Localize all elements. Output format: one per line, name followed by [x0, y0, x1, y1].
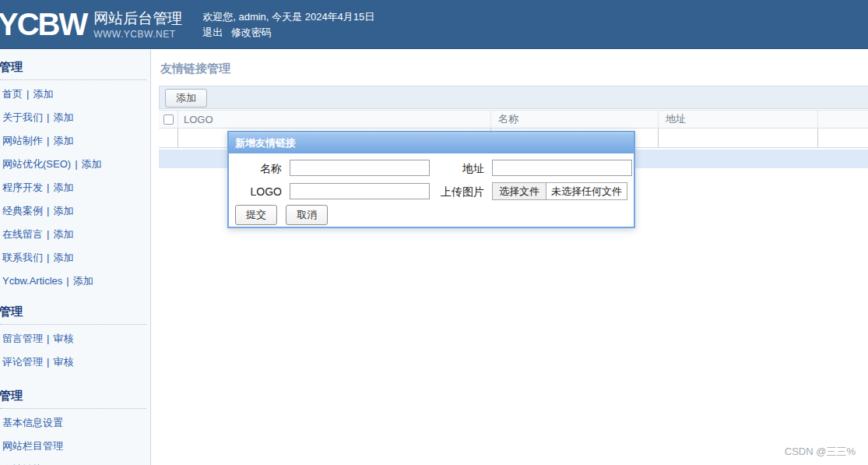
link-divider: | — [47, 181, 49, 193]
table-cell — [659, 129, 818, 147]
sidebar-review-link[interactable]: 审核 — [53, 356, 73, 368]
table-cell — [818, 129, 868, 147]
sidebar: 容管理 首页|添加 关于我们|添加 网站制作|添加 网站优化(SEO)|添加 程… — [0, 50, 151, 465]
sidebar-link[interactable]: 首页 — [2, 88, 23, 100]
link-divider: | — [47, 252, 49, 263]
modal-footer: 提交 取消 — [229, 202, 634, 225]
table-cell — [159, 129, 178, 147]
modal-title: 新增友情链接 — [229, 132, 634, 153]
site-title: 网站后台管理 — [93, 10, 182, 27]
table-header-checkbox-cell — [159, 111, 178, 128]
sidebar-link[interactable]: 联系我们 — [2, 252, 43, 263]
sidebar-link[interactable]: 程序开发 — [2, 181, 43, 193]
sidebar-add-link[interactable]: 添加 — [53, 181, 73, 193]
file-status-text: 未选择任何文件 — [546, 185, 622, 199]
sidebar-link[interactable]: 网站栏目管理 — [2, 440, 63, 452]
site-url: WWW.YCBW.NET — [93, 29, 182, 40]
sidebar-link[interactable]: 关于我们 — [2, 111, 43, 123]
sidebar-system-list: 基本信息设置 网站栏目管理 友情链接管理 — [2, 411, 150, 465]
divider — [0, 79, 146, 80]
link-divider: | — [75, 158, 77, 170]
logo-input[interactable] — [290, 183, 430, 199]
sidebar-add-link[interactable]: 添加 — [82, 158, 102, 170]
main-content: 友情链接管理 添加 LOGO 名称 地址 — [152, 50, 868, 465]
toolbar: 添加 — [159, 86, 868, 109]
sidebar-section-content-title: 容管理 — [0, 59, 150, 75]
sidebar-add-link[interactable]: 添加 — [53, 111, 73, 123]
name-label: 名称 — [229, 160, 282, 176]
welcome-block: 欢迎您, admin, 今天是 2024年4月15日 退出 修改密码 — [202, 9, 374, 41]
sidebar-item-cases: 经典案例|添加 — [2, 199, 150, 223]
link-divider: | — [47, 333, 49, 344]
sidebar-link[interactable]: 网站制作 — [2, 135, 43, 146]
sidebar-item-home: 首页|添加 — [2, 83, 150, 106]
sidebar-add-link[interactable]: 添加 — [33, 88, 53, 100]
logout-link[interactable]: 退出 — [202, 26, 223, 38]
sidebar-item-dev: 程序开发|添加 — [2, 176, 150, 199]
account-links: 退出 修改密码 — [202, 25, 374, 41]
table-header-name: 名称 — [491, 111, 659, 128]
name-input[interactable] — [290, 160, 430, 176]
logo-label: LOGO — [229, 184, 282, 199]
sidebar-review-link[interactable]: 审核 — [53, 333, 73, 344]
sidebar-content-list: 首页|添加 关于我们|添加 网站制作|添加 网站优化(SEO)|添加 程序开发|… — [2, 83, 150, 293]
sidebar-link[interactable]: 留言管理 — [2, 333, 43, 344]
link-divider: | — [47, 111, 49, 123]
table-header-logo: LOGO — [178, 111, 491, 128]
link-divider: | — [47, 228, 49, 240]
upload-label: 上传图片 — [416, 184, 484, 199]
link-divider: | — [66, 275, 69, 287]
sidebar-link[interactable]: Ycbw.Articles — [2, 275, 62, 287]
cancel-button[interactable]: 取消 — [286, 205, 328, 225]
page-title: 友情链接管理 — [160, 62, 868, 76]
sidebar-item-basic-settings: 基本信息设置 — [2, 411, 150, 435]
sidebar-item-contact: 联系我们|添加 — [2, 246, 150, 269]
sidebar-item-message: 在线留言|添加 — [2, 223, 150, 246]
upload-file-input[interactable]: 选择文件 未选择任何文件 — [492, 182, 627, 200]
sidebar-section-system-title: 统管理 — [0, 388, 150, 403]
link-divider: | — [47, 205, 49, 217]
divider — [0, 408, 146, 409]
sidebar-item-site-columns: 网站栏目管理 — [2, 435, 150, 458]
sidebar-item-articles: Ycbw.Articles|添加 — [2, 269, 150, 293]
sidebar-link[interactable]: 网站优化(SEO) — [2, 158, 71, 170]
sidebar-add-link[interactable]: 添加 — [73, 275, 93, 287]
sidebar-item-guestbook: 留言管理|审核 — [2, 327, 150, 351]
sidebar-add-link[interactable]: 添加 — [53, 228, 73, 240]
choose-file-button[interactable]: 选择文件 — [493, 183, 546, 199]
submit-button[interactable]: 提交 — [235, 205, 277, 225]
table-header-address: 地址 — [659, 111, 818, 128]
sidebar-add-link[interactable]: 添加 — [53, 135, 73, 146]
add-button[interactable]: 添加 — [165, 89, 207, 107]
sidebar-other-list: 留言管理|审核 评论管理|审核 — [2, 327, 150, 374]
sidebar-add-link[interactable]: 添加 — [53, 252, 73, 263]
table-header-actions — [818, 111, 868, 128]
sidebar-link[interactable]: 基本信息设置 — [2, 417, 63, 428]
table-header-row: LOGO 名称 地址 — [159, 110, 868, 129]
divider — [0, 324, 146, 325]
sidebar-item-webdesign: 网站制作|添加 — [2, 129, 150, 153]
sidebar-link[interactable]: 经典案例 — [2, 205, 43, 217]
address-input[interactable] — [492, 160, 632, 176]
sidebar-section-other-title: 他管理 — [0, 304, 150, 319]
link-divider: | — [47, 135, 49, 146]
link-divider: | — [47, 356, 49, 368]
link-divider: | — [26, 88, 29, 100]
logo: YCBW — [0, 0, 86, 49]
address-label: 地址 — [416, 160, 484, 176]
csdn-watermark: CSDN @三三% — [785, 445, 856, 459]
sidebar-item-friend-links: 友情链接管理 — [2, 458, 150, 465]
sidebar-item-about: 关于我们|添加 — [2, 106, 150, 129]
select-all-checkbox[interactable] — [163, 114, 174, 125]
modal-body: 名称 地址 LOGO 上传图片 选择文件 未选择任何文件 — [229, 153, 634, 202]
sidebar-link[interactable]: 评论管理 — [2, 356, 43, 368]
top-header: YCBW 网站后台管理 WWW.YCBW.NET 欢迎您, admin, 今天是… — [0, 0, 868, 49]
sidebar-link[interactable]: 在线留言 — [2, 228, 43, 240]
sidebar-item-comments: 评论管理|审核 — [2, 351, 150, 374]
add-friend-link-modal: 新增友情链接 名称 地址 LOGO 上传图片 选择文件 未选择任何文件 提交 取… — [227, 131, 635, 228]
sidebar-add-link[interactable]: 添加 — [53, 205, 73, 217]
welcome-text: 欢迎您, admin, 今天是 2024年4月15日 — [202, 9, 374, 25]
site-identity: 网站后台管理 WWW.YCBW.NET — [93, 10, 182, 40]
sidebar-item-seo: 网站优化(SEO)|添加 — [2, 153, 150, 176]
change-password-link[interactable]: 修改密码 — [231, 26, 272, 38]
